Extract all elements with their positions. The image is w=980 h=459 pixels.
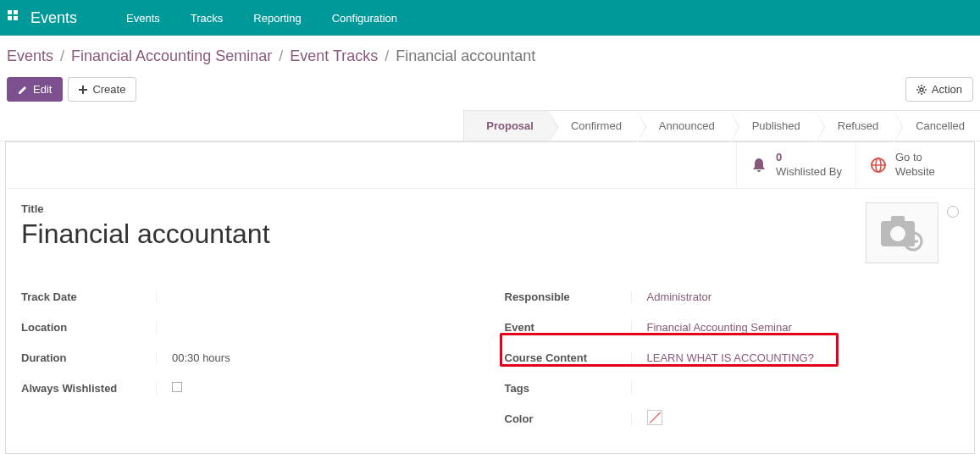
status-bar: Proposal Confirmed Announced Published R… <box>0 110 980 141</box>
status-cancelled[interactable]: Cancelled <box>894 110 980 141</box>
status-announced[interactable]: Announced <box>637 110 730 141</box>
field-color: Color <box>505 406 968 433</box>
camera-plus-icon <box>879 214 925 252</box>
field-track-date: Track Date <box>21 284 484 311</box>
svg-rect-3 <box>14 16 18 20</box>
edit-button[interactable]: Edit <box>7 77 63 102</box>
gear-icon <box>916 85 927 95</box>
field-course-content: Course Content LEARN WHAT IS ACCOUNTING? <box>505 345 968 372</box>
status-refused[interactable]: Refused <box>816 110 894 141</box>
title-label: Title <box>21 202 866 215</box>
button-box: 0 Wishlisted By Go to Website <box>6 142 974 189</box>
menu-reporting[interactable]: Reporting <box>253 12 301 25</box>
go-to-website-button[interactable]: Go to Website <box>855 142 974 188</box>
field-event: Event Financial Accounting Seminar <box>505 314 968 341</box>
pencil-icon <box>18 85 28 95</box>
image-placeholder[interactable] <box>866 202 938 263</box>
wishlisted-count: 0 <box>776 151 842 165</box>
app-title[interactable]: Events <box>30 9 77 27</box>
status-published[interactable]: Published <box>730 110 816 141</box>
breadcrumb-tracks[interactable]: Event Tracks <box>290 47 378 65</box>
header-row: Title Financial accountant <box>6 189 974 270</box>
breadcrumb-current: Financial accountant <box>396 47 535 65</box>
field-always-wishlisted: Always Wishlisted <box>21 375 484 402</box>
field-location: Location <box>21 314 484 341</box>
svg-point-4 <box>920 88 923 91</box>
breadcrumb-sep: / <box>60 47 64 65</box>
create-button[interactable]: Create <box>68 77 136 102</box>
breadcrumb: Events / Financial Accounting Seminar / … <box>0 36 980 74</box>
breadcrumb-sep: / <box>385 47 389 65</box>
goto-line2: Website <box>895 165 935 180</box>
field-duration: Duration 00:30 hours <box>21 345 484 372</box>
right-column: Responsible Administrator Event Financia… <box>505 284 968 436</box>
goto-line1: Go to <box>895 151 935 165</box>
svg-rect-2 <box>8 16 12 20</box>
menu-events[interactable]: Events <box>126 12 160 25</box>
breadcrumb-sep: / <box>279 47 283 65</box>
status-proposal[interactable]: Proposal <box>463 110 549 141</box>
menu-configuration[interactable]: Configuration <box>332 12 397 25</box>
breadcrumb-seminar[interactable]: Financial Accounting Seminar <box>71 47 272 65</box>
responsible-value[interactable]: Administrator <box>632 290 968 303</box>
toolbar: Edit Create Action <box>0 74 980 110</box>
wishlisted-label: Wishlisted By <box>776 165 842 180</box>
color-swatch[interactable] <box>647 410 662 425</box>
apps-icon[interactable] <box>7 9 24 26</box>
duration-value: 00:30 hours <box>157 351 484 364</box>
plus-icon <box>79 86 87 94</box>
topbar: Events Events Tracks Reporting Configura… <box>0 0 980 36</box>
menu-tracks[interactable]: Tracks <box>191 12 224 25</box>
always-wishlisted-checkbox[interactable] <box>172 382 182 392</box>
svg-rect-0 <box>8 10 12 14</box>
svg-rect-1 <box>14 10 18 14</box>
globe-icon <box>870 157 887 174</box>
event-value[interactable]: Financial Accounting Seminar <box>632 321 968 334</box>
action-button[interactable]: Action <box>905 77 973 102</box>
course-content-value[interactable]: LEARN WHAT IS ACCOUNTING? <box>632 351 968 364</box>
svg-point-10 <box>890 226 905 241</box>
svg-rect-9 <box>891 216 905 223</box>
wishlisted-by-button[interactable]: 0 Wishlisted By <box>736 142 855 188</box>
status-confirmed[interactable]: Confirmed <box>549 110 637 141</box>
field-responsible: Responsible Administrator <box>505 284 968 311</box>
field-tags: Tags <box>505 375 968 402</box>
kanban-state-dot[interactable] <box>947 206 959 218</box>
breadcrumb-events[interactable]: Events <box>7 47 53 65</box>
fields: Track Date Location Duration 00:30 hours… <box>6 270 974 453</box>
bell-icon <box>750 157 767 174</box>
form-sheet: 0 Wishlisted By Go to Website Title Fina… <box>5 141 975 454</box>
title-value: Financial accountant <box>21 218 866 250</box>
left-column: Track Date Location Duration 00:30 hours… <box>21 284 484 436</box>
